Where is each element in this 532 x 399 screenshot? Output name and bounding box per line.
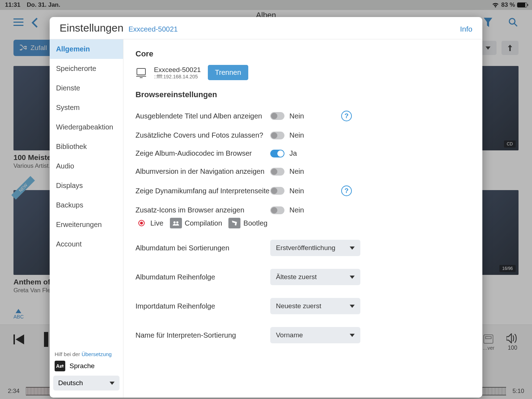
select-dropdown[interactable]: Älteste zuerst bbox=[270, 269, 360, 285]
browser-icons-value: Nein bbox=[289, 206, 304, 214]
select-value: Erstveröffentlichung bbox=[276, 244, 336, 252]
sidebar-item-allgemein[interactable]: Allgemein bbox=[50, 39, 123, 59]
setting-label: Albumversion in der Navigation anzeigen bbox=[135, 167, 270, 176]
help-icon[interactable]: ? bbox=[341, 185, 352, 196]
browser-icons-toggle[interactable] bbox=[270, 206, 284, 214]
select-value: Vorname bbox=[276, 331, 303, 339]
toggle-value: Ja bbox=[289, 149, 297, 157]
language-icon: A⇄ bbox=[55, 361, 65, 371]
toggle[interactable] bbox=[270, 132, 284, 139]
core-name: Exxceed-50021 bbox=[154, 66, 201, 74]
setting-label: Zusätzliche Covers und Fotos zulassen? bbox=[135, 131, 270, 139]
translate-link[interactable]: Übersetzung bbox=[82, 351, 112, 357]
sidebar-item-wiedergabeaktion[interactable]: Wiedergabeaktion bbox=[50, 117, 123, 137]
toggle-value: Nein bbox=[289, 167, 304, 176]
select-dropdown[interactable]: Vorname bbox=[270, 327, 360, 343]
core-address: ::ffff:192.168.14.205 bbox=[154, 74, 201, 79]
browser-icons-label: Zusatz-Icons im Browser anzeigen bbox=[135, 206, 270, 214]
settings-sidebar: AllgemeinSpeicherorteDiensteSystemWieder… bbox=[50, 39, 123, 398]
modal-title: Einstellungen bbox=[60, 22, 123, 34]
sidebar-item-speicherorte[interactable]: Speicherorte bbox=[50, 59, 123, 78]
setting-label: Zeige Dynamikumfang auf Interpretenseite bbox=[135, 187, 270, 195]
info-link[interactable]: Info bbox=[460, 25, 472, 33]
core-section-title: Core bbox=[135, 49, 470, 59]
chevron-down-icon bbox=[350, 276, 355, 279]
bootleg-icon bbox=[228, 218, 240, 228]
sidebar-item-displays[interactable]: Displays bbox=[50, 176, 123, 195]
sidebar-item-system[interactable]: System bbox=[50, 98, 123, 117]
select-label: Name für Interpreten-Sortierung bbox=[135, 331, 270, 339]
select-label: Importdatum Reihenfolge bbox=[135, 302, 270, 310]
setting-label: Zeige Album-Audiocodec im Browser bbox=[135, 149, 270, 157]
sidebar-item-bibliothek[interactable]: Bibliothek bbox=[50, 137, 123, 156]
setting-label: Ausgeblendete Titel und Alben anzeigen bbox=[135, 112, 270, 120]
chevron-down-icon bbox=[350, 334, 355, 337]
svg-rect-3 bbox=[137, 68, 145, 75]
live-icon bbox=[135, 218, 148, 228]
select-label: Albumdatum bei Sortierungen bbox=[135, 244, 270, 252]
translate-hint: Hilf bei der Übersetzung bbox=[53, 350, 120, 359]
sidebar-item-account[interactable]: Account bbox=[50, 234, 123, 254]
browser-section-title: Browsereinstellungen bbox=[135, 90, 470, 99]
disconnect-button[interactable]: Trennen bbox=[208, 65, 248, 80]
core-icon bbox=[135, 67, 147, 78]
icon-badge-compilation: Compilation bbox=[170, 218, 222, 228]
select-dropdown[interactable]: Neueste zuerst bbox=[270, 298, 360, 314]
select-label: Albumdatum Reihenfolge bbox=[135, 273, 270, 281]
svg-point-5 bbox=[176, 221, 178, 223]
toggle-value: Nein bbox=[289, 187, 304, 195]
select-value: Älteste zuerst bbox=[276, 273, 317, 281]
sidebar-item-audio[interactable]: Audio bbox=[50, 156, 123, 176]
modal-subtitle: Exxceed-50021 bbox=[128, 25, 178, 33]
toggle[interactable] bbox=[270, 187, 284, 195]
chevron-down-icon bbox=[110, 382, 115, 385]
language-value: Deutsch bbox=[58, 379, 83, 387]
language-select[interactable]: Deutsch bbox=[53, 376, 120, 390]
select-value: Neueste zuerst bbox=[276, 302, 321, 310]
sidebar-item-backups[interactable]: Backups bbox=[50, 195, 123, 215]
sidebar-item-dienste[interactable]: Dienste bbox=[50, 78, 123, 98]
toggle-value: Nein bbox=[289, 131, 304, 139]
svg-point-4 bbox=[173, 221, 176, 223]
help-icon[interactable]: ? bbox=[341, 111, 352, 121]
compilation-icon bbox=[170, 218, 182, 228]
settings-content: Core Exxceed-50021 ::ffff:192.168.14.205… bbox=[123, 39, 482, 398]
chevron-down-icon bbox=[350, 246, 355, 250]
chevron-down-icon bbox=[350, 305, 355, 308]
select-dropdown[interactable]: Erstveröffentlichung bbox=[270, 240, 360, 256]
modal-header: Einstellungen Exxceed-50021 Info bbox=[50, 17, 482, 39]
toggle[interactable] bbox=[270, 150, 284, 157]
icon-badge-live: Live bbox=[135, 218, 164, 228]
language-row: A⇄ Sprache bbox=[53, 359, 120, 376]
toggle[interactable] bbox=[270, 112, 284, 120]
icon-badge-bootleg: Bootleg bbox=[228, 218, 267, 228]
language-label: Sprache bbox=[70, 362, 95, 370]
settings-modal: Einstellungen Exxceed-50021 Info Allgeme… bbox=[50, 17, 482, 398]
toggle-value: Nein bbox=[289, 112, 304, 120]
toggle[interactable] bbox=[270, 168, 284, 176]
sidebar-item-erweiterungen[interactable]: Erweiterungen bbox=[50, 215, 123, 234]
